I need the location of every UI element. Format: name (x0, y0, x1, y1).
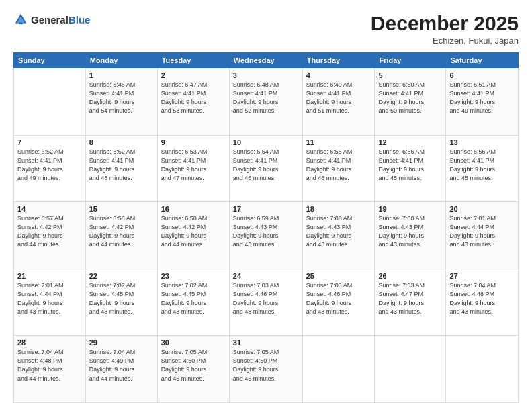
calendar-cell: 16Sunrise: 6:58 AM Sunset: 4:42 PM Dayli… (157, 202, 229, 269)
day-number: 25 (306, 272, 371, 280)
day-number: 23 (161, 272, 226, 280)
calendar-cell: 28Sunrise: 7:04 AM Sunset: 4:48 PM Dayli… (14, 336, 86, 403)
logo-general: General (31, 14, 69, 26)
day-number: 27 (449, 272, 515, 280)
day-info: Sunrise: 6:48 AM Sunset: 4:41 PM Dayligh… (233, 81, 299, 116)
calendar-cell: 2Sunrise: 6:47 AM Sunset: 4:41 PM Daylig… (157, 68, 229, 136)
calendar-cell: 11Sunrise: 6:55 AM Sunset: 4:41 PM Dayli… (302, 135, 375, 202)
day-info: Sunrise: 6:46 AM Sunset: 4:41 PM Dayligh… (89, 81, 154, 116)
day-number: 14 (17, 205, 82, 213)
week-row-1: 1Sunrise: 6:46 AM Sunset: 4:41 PM Daylig… (14, 68, 519, 136)
weekday-header-wednesday: Wednesday (229, 53, 302, 68)
calendar-cell: 14Sunrise: 6:57 AM Sunset: 4:42 PM Dayli… (14, 202, 86, 269)
day-number: 5 (378, 71, 442, 79)
day-info: Sunrise: 6:50 AM Sunset: 4:41 PM Dayligh… (378, 81, 442, 116)
day-number: 2 (161, 71, 226, 79)
day-number: 24 (233, 272, 299, 280)
week-row-2: 7Sunrise: 6:52 AM Sunset: 4:41 PM Daylig… (14, 135, 519, 202)
day-info: Sunrise: 7:04 AM Sunset: 4:48 PM Dayligh… (17, 348, 82, 383)
calendar-cell: 3Sunrise: 6:48 AM Sunset: 4:41 PM Daylig… (229, 68, 302, 136)
day-info: Sunrise: 6:54 AM Sunset: 4:41 PM Dayligh… (233, 148, 299, 183)
calendar-cell: 31Sunrise: 7:05 AM Sunset: 4:50 PM Dayli… (229, 336, 302, 403)
calendar-cell: 15Sunrise: 6:58 AM Sunset: 4:42 PM Dayli… (85, 202, 157, 269)
week-row-5: 28Sunrise: 7:04 AM Sunset: 4:48 PM Dayli… (14, 336, 519, 403)
month-title: December 2025 (371, 12, 519, 34)
day-info: Sunrise: 7:05 AM Sunset: 4:50 PM Dayligh… (161, 348, 226, 383)
calendar-cell: 20Sunrise: 7:01 AM Sunset: 4:44 PM Dayli… (446, 202, 519, 269)
day-info: Sunrise: 7:05 AM Sunset: 4:50 PM Dayligh… (233, 348, 299, 383)
day-number: 18 (306, 205, 371, 213)
calendar-cell: 21Sunrise: 7:01 AM Sunset: 4:44 PM Dayli… (14, 269, 86, 336)
calendar-cell (446, 336, 519, 403)
calendar-cell: 29Sunrise: 7:04 AM Sunset: 4:49 PM Dayli… (85, 336, 157, 403)
day-info: Sunrise: 6:52 AM Sunset: 4:41 PM Dayligh… (89, 148, 154, 183)
calendar-cell: 24Sunrise: 7:03 AM Sunset: 4:46 PM Dayli… (229, 269, 302, 336)
day-number: 10 (233, 138, 299, 146)
day-info: Sunrise: 7:03 AM Sunset: 4:46 PM Dayligh… (233, 281, 299, 316)
location-subtitle: Echizen, Fukui, Japan (371, 36, 519, 46)
calendar-cell: 23Sunrise: 7:02 AM Sunset: 4:45 PM Dayli… (157, 269, 229, 336)
day-number: 21 (17, 272, 82, 280)
day-info: Sunrise: 6:49 AM Sunset: 4:41 PM Dayligh… (306, 81, 371, 116)
day-number: 11 (306, 138, 371, 146)
calendar-cell: 10Sunrise: 6:54 AM Sunset: 4:41 PM Dayli… (229, 135, 302, 202)
svg-rect-2 (19, 22, 23, 24)
calendar-cell: 26Sunrise: 7:03 AM Sunset: 4:47 PM Dayli… (375, 269, 446, 336)
weekday-header-monday: Monday (85, 53, 157, 68)
calendar-cell: 17Sunrise: 6:59 AM Sunset: 4:43 PM Dayli… (229, 202, 302, 269)
calendar-cell (375, 336, 446, 403)
day-info: Sunrise: 7:01 AM Sunset: 4:44 PM Dayligh… (17, 281, 82, 316)
calendar-cell: 12Sunrise: 6:56 AM Sunset: 4:41 PM Dayli… (375, 135, 446, 202)
day-number: 7 (17, 138, 82, 146)
calendar-cell: 25Sunrise: 7:03 AM Sunset: 4:46 PM Dayli… (302, 269, 375, 336)
calendar-cell: 4Sunrise: 6:49 AM Sunset: 4:41 PM Daylig… (302, 68, 375, 136)
calendar-cell: 7Sunrise: 6:52 AM Sunset: 4:41 PM Daylig… (14, 135, 86, 202)
calendar-cell: 1Sunrise: 6:46 AM Sunset: 4:41 PM Daylig… (85, 68, 157, 136)
day-info: Sunrise: 7:04 AM Sunset: 4:48 PM Dayligh… (449, 281, 515, 316)
weekday-header-friday: Friday (375, 53, 446, 68)
day-number: 9 (161, 138, 226, 146)
title-block: December 2025 Echizen, Fukui, Japan (371, 12, 519, 46)
calendar-cell: 18Sunrise: 7:00 AM Sunset: 4:43 PM Dayli… (302, 202, 375, 269)
day-number: 12 (378, 138, 442, 146)
day-info: Sunrise: 7:01 AM Sunset: 4:44 PM Dayligh… (449, 214, 515, 249)
day-number: 6 (449, 71, 515, 79)
day-number: 22 (89, 272, 154, 280)
day-number: 30 (161, 338, 226, 347)
day-info: Sunrise: 6:55 AM Sunset: 4:41 PM Dayligh… (306, 148, 371, 183)
week-row-3: 14Sunrise: 6:57 AM Sunset: 4:42 PM Dayli… (14, 202, 519, 269)
calendar-cell: 5Sunrise: 6:50 AM Sunset: 4:41 PM Daylig… (375, 68, 446, 136)
day-number: 16 (161, 205, 226, 213)
day-info: Sunrise: 7:02 AM Sunset: 4:45 PM Dayligh… (161, 281, 226, 316)
calendar-cell: 22Sunrise: 7:02 AM Sunset: 4:45 PM Dayli… (85, 269, 157, 336)
calendar-cell (14, 68, 86, 136)
day-info: Sunrise: 7:00 AM Sunset: 4:43 PM Dayligh… (378, 214, 442, 249)
day-info: Sunrise: 6:56 AM Sunset: 4:41 PM Dayligh… (378, 148, 442, 183)
calendar-cell: 6Sunrise: 6:51 AM Sunset: 4:41 PM Daylig… (446, 68, 519, 136)
calendar-cell: 19Sunrise: 7:00 AM Sunset: 4:43 PM Dayli… (375, 202, 446, 269)
day-number: 20 (449, 205, 515, 213)
day-info: Sunrise: 7:04 AM Sunset: 4:49 PM Dayligh… (89, 348, 154, 383)
weekday-header-tuesday: Tuesday (157, 53, 229, 68)
day-number: 4 (306, 71, 371, 79)
week-row-4: 21Sunrise: 7:01 AM Sunset: 4:44 PM Dayli… (14, 269, 519, 336)
calendar-cell: 13Sunrise: 6:56 AM Sunset: 4:41 PM Dayli… (446, 135, 519, 202)
day-info: Sunrise: 7:03 AM Sunset: 4:47 PM Dayligh… (378, 281, 442, 316)
day-number: 13 (449, 138, 515, 146)
day-info: Sunrise: 6:59 AM Sunset: 4:43 PM Dayligh… (233, 214, 299, 249)
day-number: 31 (233, 338, 299, 347)
weekday-header-sunday: Sunday (14, 53, 86, 68)
calendar-cell: 27Sunrise: 7:04 AM Sunset: 4:48 PM Dayli… (446, 269, 519, 336)
day-info: Sunrise: 6:52 AM Sunset: 4:41 PM Dayligh… (17, 148, 82, 183)
day-info: Sunrise: 6:56 AM Sunset: 4:41 PM Dayligh… (449, 148, 515, 183)
logo: GeneralBlue (13, 12, 90, 27)
calendar-cell: 9Sunrise: 6:53 AM Sunset: 4:41 PM Daylig… (157, 135, 229, 202)
day-info: Sunrise: 7:03 AM Sunset: 4:46 PM Dayligh… (306, 281, 371, 316)
day-info: Sunrise: 7:00 AM Sunset: 4:43 PM Dayligh… (306, 214, 371, 249)
logo-blue: Blue (69, 14, 91, 26)
calendar-cell: 30Sunrise: 7:05 AM Sunset: 4:50 PM Dayli… (157, 336, 229, 403)
day-info: Sunrise: 6:57 AM Sunset: 4:42 PM Dayligh… (17, 214, 82, 249)
day-number: 19 (378, 205, 442, 213)
day-number: 28 (17, 338, 82, 347)
day-info: Sunrise: 6:53 AM Sunset: 4:41 PM Dayligh… (161, 148, 226, 183)
